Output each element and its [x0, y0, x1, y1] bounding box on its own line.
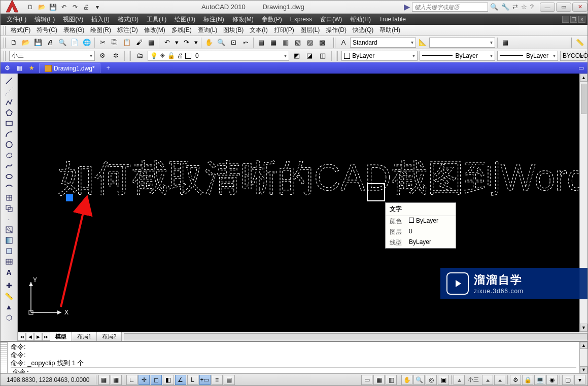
- qview-drawings-icon[interactable]: ▥: [386, 375, 397, 385]
- pm-format[interactable]: 格式(F): [8, 25, 33, 36]
- pm-qselect[interactable]: 快选(Q): [350, 25, 376, 36]
- tablestyle-icon[interactable]: ▦: [500, 37, 511, 48]
- dist-icon[interactable]: 📏: [2, 291, 16, 301]
- model-button[interactable]: ▭: [361, 375, 372, 385]
- doc-tab[interactable]: Drawing1.dwg*: [39, 63, 100, 73]
- grip-icon[interactable]: [4, 38, 6, 48]
- ws-switch-icon[interactable]: ⚙: [510, 375, 521, 385]
- layerprops-icon[interactable]: 🗂: [134, 50, 146, 61]
- addsel-icon[interactable]: ✚: [2, 280, 16, 291]
- menu-file[interactable]: 文件(F): [3, 14, 30, 25]
- pm-print[interactable]: 打印(P): [271, 25, 297, 36]
- layermatch-icon[interactable]: ◫: [317, 50, 328, 61]
- menu-format[interactable]: 格式(O): [114, 14, 143, 25]
- qat-more-icon[interactable]: ▾: [93, 3, 102, 12]
- grip-icon[interactable]: [336, 51, 338, 61]
- layerprev-icon[interactable]: ◪: [304, 50, 315, 61]
- menu-tools[interactable]: 工具(T): [143, 14, 170, 25]
- pan-icon[interactable]: ✋: [203, 37, 215, 48]
- save-icon[interactable]: 💾: [48, 3, 57, 12]
- menu-dimension[interactable]: 标注(N): [199, 14, 228, 25]
- grip-icon[interactable]: [570, 38, 572, 48]
- undo-icon[interactable]: ↶: [59, 3, 68, 12]
- qnew-icon[interactable]: 🗋: [8, 37, 19, 48]
- mdi-close-icon[interactable]: ×: [578, 16, 585, 23]
- pm-layer[interactable]: 图层(L): [297, 25, 323, 36]
- scroll-thumb[interactable]: [581, 84, 586, 114]
- pm-query[interactable]: 查询(L): [195, 25, 221, 36]
- 3dosnap-toggle[interactable]: ◧: [163, 375, 174, 385]
- pm-block[interactable]: 图块(B): [220, 25, 247, 36]
- lineweight-combo[interactable]: ByLayer: [497, 51, 558, 61]
- otrack-toggle[interactable]: ∠: [175, 375, 186, 385]
- key-icon[interactable]: 🔧: [501, 3, 509, 11]
- textstyle-icon[interactable]: A: [338, 37, 349, 48]
- insert-icon[interactable]: [2, 193, 16, 203]
- help-icon[interactable]: ?: [530, 3, 534, 11]
- zoomrt-icon[interactable]: 🔍: [216, 37, 227, 48]
- ellipsearc-icon[interactable]: [2, 182, 16, 192]
- zoomprev-icon[interactable]: ⤺: [240, 37, 251, 48]
- menu-modify[interactable]: 修改(M): [228, 14, 258, 25]
- color-combo[interactable]: ByLayer: [341, 51, 417, 61]
- region-icon[interactable]: [2, 246, 16, 256]
- undo-drop-icon[interactable]: ▾: [174, 37, 180, 48]
- plotstyle-combo[interactable]: BYCOLOR: [560, 51, 585, 61]
- fillet-icon[interactable]: ⬡: [2, 312, 16, 323]
- tab-prev-icon[interactable]: ◀: [26, 333, 34, 341]
- linetype-combo[interactable]: ByLayer: [420, 51, 495, 61]
- redo-drop-icon[interactable]: ▾: [193, 37, 199, 48]
- open-icon[interactable]: 📂: [37, 3, 46, 12]
- zoomwin-icon[interactable]: ⊡: [228, 37, 239, 48]
- layeriso-icon[interactable]: ◩: [291, 50, 302, 61]
- copy-icon[interactable]: ⿻: [109, 37, 120, 48]
- toolpal-icon[interactable]: ▥: [280, 37, 291, 48]
- scroll-down-icon[interactable]: ▼: [580, 324, 587, 332]
- measure-icon[interactable]: 📏: [574, 37, 585, 48]
- ortho-toggle[interactable]: ∟: [126, 375, 137, 385]
- mdi-min-icon[interactable]: –: [562, 16, 569, 23]
- pm-text[interactable]: 文本(I): [247, 25, 270, 36]
- polar-toggle[interactable]: ✛: [139, 375, 150, 385]
- spline-icon[interactable]: [2, 161, 16, 171]
- pm-help[interactable]: 帮助(H): [376, 25, 403, 36]
- menu-param[interactable]: 参数(P): [258, 14, 286, 25]
- 3ddwf-icon[interactable]: 🌐: [81, 37, 92, 48]
- polygon-icon[interactable]: [2, 108, 16, 118]
- toolbar-lock-icon[interactable]: 🔒: [522, 375, 533, 385]
- coordinates[interactable]: 1498.8830, 1228.0463, 0.0000: [3, 376, 94, 383]
- pm-modify[interactable]: 修改(M): [141, 25, 168, 36]
- grip-icon[interactable]: [129, 51, 131, 61]
- matchprop-icon[interactable]: 🖌: [133, 37, 145, 48]
- showmotion-icon[interactable]: ▣: [438, 375, 449, 385]
- print-icon[interactable]: 🖨: [45, 37, 56, 48]
- paste-icon[interactable]: 📋: [121, 37, 132, 48]
- sheetset-icon[interactable]: ▧: [292, 37, 303, 48]
- selected-text-object[interactable]: 如何截取清晰的CAD截图到Word: [58, 150, 587, 210]
- pm-draw[interactable]: 绘图(R): [87, 25, 114, 36]
- snap-toggle[interactable]: ▦: [98, 375, 110, 385]
- grid-icon[interactable]: ▦: [15, 63, 24, 73]
- tray-menu-icon[interactable]: ▾: [574, 375, 585, 385]
- gradient-icon[interactable]: [2, 235, 16, 245]
- dyn-toggle[interactable]: +▭: [199, 375, 211, 385]
- exchange-icon[interactable]: ⇄: [512, 3, 518, 11]
- cut-icon[interactable]: ✂: [97, 37, 108, 48]
- command-grip[interactable]: [1, 342, 8, 373]
- mirror-icon[interactable]: ▲: [2, 302, 16, 312]
- preview-icon[interactable]: 🔍: [57, 37, 68, 48]
- minimize-button[interactable]: —: [540, 3, 555, 12]
- ducs-toggle[interactable]: L: [187, 375, 198, 385]
- redo-icon[interactable]: ↷: [181, 37, 192, 48]
- menu-view[interactable]: 视图(V): [59, 14, 87, 25]
- search-arrow-icon[interactable]: ▶: [404, 2, 410, 12]
- annoscale-value[interactable]: 小三: [466, 376, 481, 383]
- selection-grip[interactable]: [66, 194, 73, 201]
- new-icon[interactable]: 🗋: [26, 3, 35, 12]
- pm-table[interactable]: 表格(G): [60, 25, 87, 36]
- print-icon[interactable]: 🖨: [82, 3, 91, 12]
- maximize-button[interactable]: ▭: [556, 3, 571, 12]
- qview-layouts-icon[interactable]: ▦: [373, 375, 385, 385]
- grid-toggle[interactable]: ▦: [111, 375, 122, 385]
- wheel-icon[interactable]: ◎: [426, 375, 437, 385]
